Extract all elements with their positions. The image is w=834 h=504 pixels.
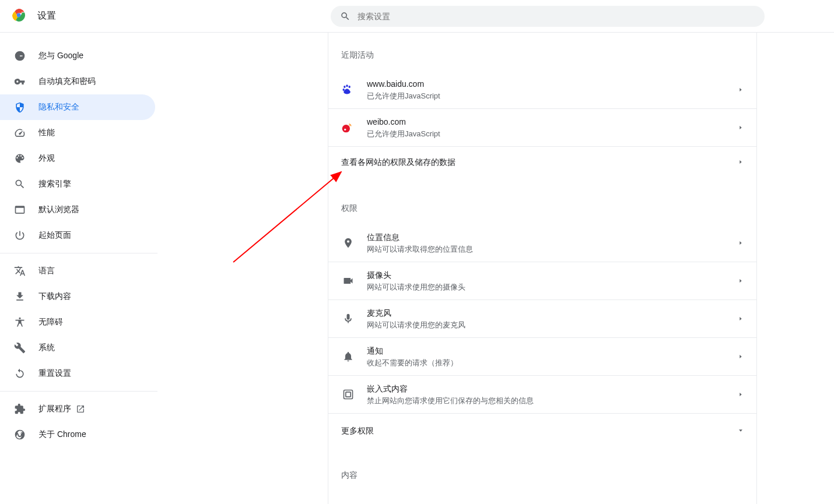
sidebar-item-languages[interactable]: 语言 xyxy=(0,258,155,284)
speed-icon xyxy=(14,127,26,139)
search-input[interactable] xyxy=(358,12,755,21)
permission-sub: 网站可以请求使用您的麦克风 xyxy=(367,320,738,330)
chevron-right-icon xyxy=(738,316,744,322)
content-section-title: 内容 xyxy=(328,447,756,484)
divider xyxy=(0,253,157,253)
camera-icon xyxy=(341,274,355,288)
accessibility-icon xyxy=(14,316,26,328)
more-permissions-label: 更多权限 xyxy=(341,425,738,436)
svg-point-3 xyxy=(349,86,351,88)
embed-icon xyxy=(341,387,355,401)
site-status: 已允许使用JavaScript xyxy=(367,91,738,101)
site-domain: www.baidu.com xyxy=(367,78,738,90)
sidebar-item-downloads[interactable]: 下载内容 xyxy=(0,284,155,309)
svg-point-6 xyxy=(344,129,346,131)
sidebar-item-label: 搜索引擎 xyxy=(38,179,71,189)
chrome-logo-icon xyxy=(12,8,37,24)
download-icon xyxy=(14,291,26,302)
sidebar-item-label: 自动填充和密码 xyxy=(38,76,96,87)
permission-sub: 网站可以请求取得您的位置信息 xyxy=(367,244,738,255)
view-all-sites-label: 查看各网站的权限及储存的数据 xyxy=(341,156,738,168)
sidebar-item-performance[interactable]: 性能 xyxy=(0,120,155,146)
weibo-icon xyxy=(341,122,353,133)
sidebar-item-label: 起始页面 xyxy=(38,230,71,241)
permissions-title: 权限 xyxy=(328,177,756,224)
chevron-right-icon xyxy=(738,354,744,360)
svg-line-10 xyxy=(233,172,341,262)
search-bar[interactable] xyxy=(331,6,765,27)
svg-point-2 xyxy=(346,84,348,87)
svg-point-1 xyxy=(344,86,345,88)
sidebar-item-system[interactable]: 系统 xyxy=(0,335,155,361)
google-icon xyxy=(14,50,26,62)
permission-title: 麦克风 xyxy=(367,307,738,319)
browser-icon xyxy=(14,204,26,216)
power-icon xyxy=(14,230,26,241)
chevron-right-icon xyxy=(738,278,744,284)
view-all-sites-row[interactable]: 查看各网站的权限及储存的数据 xyxy=(328,146,756,177)
shield-icon xyxy=(14,101,26,113)
sidebar-item-extensions[interactable]: 扩展程序 xyxy=(0,396,155,422)
sidebar: 您与 Google 自动填充和密码 隐私和安全 性能 外观 搜索引擎 默认浏览器… xyxy=(0,33,157,447)
main-content: 近期活动 www.baidu.com 已允许使用JavaScript weibo… xyxy=(328,33,757,504)
sidebar-item-about[interactable]: 关于 Chrome xyxy=(0,422,155,447)
baidu-icon xyxy=(341,84,353,96)
sidebar-item-label: 关于 Chrome xyxy=(38,429,86,440)
sidebar-item-appearance[interactable]: 外观 xyxy=(0,146,155,171)
sidebar-item-label: 系统 xyxy=(38,343,55,353)
recent-site-row[interactable]: www.baidu.com 已允许使用JavaScript xyxy=(328,71,756,108)
sidebar-item-label: 性能 xyxy=(38,128,55,138)
permission-sub: 禁止网站向您请求使用它们保存的与您相关的信息 xyxy=(367,396,738,406)
sidebar-item-privacy-security[interactable]: 隐私和安全 xyxy=(0,94,155,120)
permission-embedded-row[interactable]: 嵌入式内容 禁止网站向您请求使用它们保存的与您相关的信息 xyxy=(328,375,756,413)
site-status: 已允许使用JavaScript xyxy=(367,129,738,139)
sidebar-item-you-and-google[interactable]: 您与 Google xyxy=(0,43,155,69)
palette-icon xyxy=(14,153,26,164)
svg-point-5 xyxy=(342,125,350,132)
sidebar-item-label: 外观 xyxy=(38,153,55,164)
chevron-down-icon xyxy=(738,428,744,433)
external-link-icon xyxy=(76,404,85,414)
permission-microphone-row[interactable]: 麦克风 网站可以请求使用您的麦克风 xyxy=(328,299,756,337)
sidebar-item-reset[interactable]: 重置设置 xyxy=(0,361,155,386)
permission-title: 位置信息 xyxy=(367,231,738,243)
permission-location-row[interactable]: 位置信息 网站可以请求取得您的位置信息 xyxy=(328,224,756,262)
chevron-right-icon xyxy=(738,392,744,397)
sidebar-item-label: 您与 Google xyxy=(38,51,83,61)
permission-title: 摄像头 xyxy=(367,269,738,281)
more-permissions-row[interactable]: 更多权限 xyxy=(328,413,756,447)
header: 设置 xyxy=(0,0,834,33)
permission-camera-row[interactable]: 摄像头 网站可以请求使用您的摄像头 xyxy=(328,262,756,299)
chevron-right-icon xyxy=(738,240,744,246)
permission-notifications-row[interactable]: 通知 收起不需要的请求（推荐） xyxy=(328,337,756,375)
chevron-right-icon xyxy=(738,159,744,165)
language-icon xyxy=(14,265,26,277)
sidebar-item-on-startup[interactable]: 起始页面 xyxy=(0,223,155,248)
recent-activity-title: 近期活动 xyxy=(328,33,756,71)
location-icon xyxy=(341,236,355,250)
site-domain: weibo.com xyxy=(367,116,738,128)
recent-site-row[interactable]: weibo.com 已允许使用JavaScript xyxy=(328,108,756,146)
permission-title: 通知 xyxy=(367,345,738,357)
sidebar-item-accessibility[interactable]: 无障碍 xyxy=(0,309,155,335)
sidebar-item-autofill[interactable]: 自动填充和密码 xyxy=(0,69,155,94)
sidebar-item-search-engine[interactable]: 搜索引擎 xyxy=(0,171,155,197)
sidebar-item-label: 下载内容 xyxy=(38,291,71,302)
sidebar-item-label: 重置设置 xyxy=(38,368,71,379)
sidebar-item-label: 语言 xyxy=(38,266,55,276)
permission-sub: 收起不需要的请求（推荐） xyxy=(367,358,738,368)
bell-icon xyxy=(341,350,355,364)
page-title: 设置 xyxy=(37,10,56,22)
permission-title: 嵌入式内容 xyxy=(367,383,738,394)
chrome-icon xyxy=(14,429,26,440)
svg-rect-8 xyxy=(346,392,351,397)
extension-icon xyxy=(14,403,26,415)
sidebar-item-label: 扩展程序 xyxy=(38,404,71,414)
sidebar-item-label: 默认浏览器 xyxy=(38,205,79,215)
sidebar-item-default-browser[interactable]: 默认浏览器 xyxy=(0,197,155,223)
sidebar-item-label: 隐私和安全 xyxy=(38,102,79,112)
mic-icon xyxy=(341,312,355,326)
sidebar-item-label: 无障碍 xyxy=(38,317,63,327)
system-icon xyxy=(14,342,26,354)
divider xyxy=(0,391,157,392)
